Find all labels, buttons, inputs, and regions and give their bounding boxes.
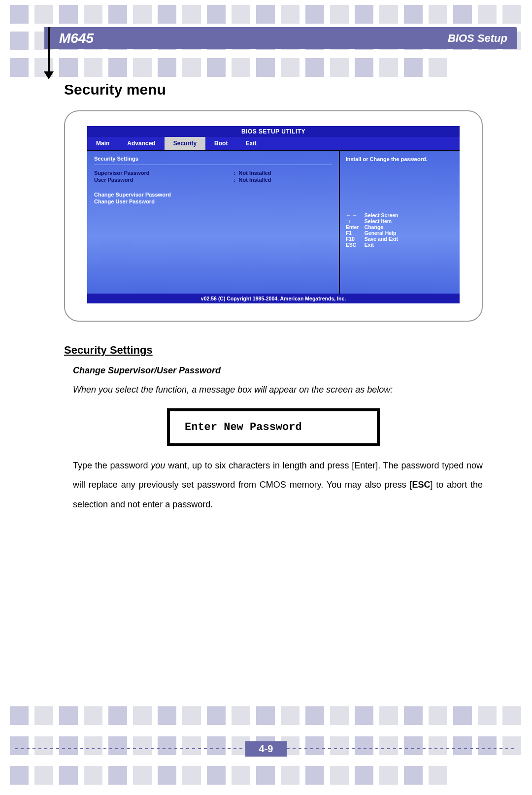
bios-menubar: Main Advanced Security Boot Exit — [87, 137, 460, 151]
text-strong: ESC — [412, 480, 430, 490]
bios-screen: BIOS SETUP UTILITY Main Advanced Securit… — [87, 126, 460, 303]
bios-tab-boot[interactable]: Boot — [205, 137, 236, 150]
paragraph-1: When you select the function, a message … — [73, 381, 483, 399]
colon: : — [234, 177, 239, 183]
key-action: General Help — [365, 230, 397, 236]
key-action: Change — [365, 224, 384, 230]
section-label: BIOS Setup — [448, 32, 507, 45]
bios-row-value: Not Installed — [239, 177, 332, 183]
colon: : — [234, 170, 239, 176]
bios-screenshot-card: BIOS SETUP UTILITY Main Advanced Securit… — [64, 110, 483, 322]
key-action: Select Screen — [365, 212, 399, 218]
key-action: Select Item — [365, 218, 392, 224]
key: ← → — [346, 212, 365, 218]
key: Enter — [346, 224, 365, 230]
bios-row-value: Not Installed — [239, 170, 332, 176]
bios-tab-main[interactable]: Main — [87, 137, 118, 150]
text: Type the password — [73, 461, 151, 470]
bios-row-user: User Password : Not Installed — [94, 177, 332, 183]
page-title: Security menu — [64, 81, 483, 98]
bios-key-legend: ← →Select Screen ↑↓Select Item EnterChan… — [346, 212, 454, 248]
model-label: M645 — [59, 31, 94, 46]
bios-help-text: Install or Change the password. — [346, 156, 454, 163]
header-side-line — [48, 27, 50, 74]
bios-right-panel: Install or Change the password. ← →Selec… — [340, 151, 460, 294]
bios-panel-heading: Security Settings — [94, 156, 332, 165]
bios-title: BIOS SETUP UTILITY — [87, 126, 460, 137]
arrow-down-icon — [44, 71, 54, 79]
password-box: Enter New Password — [167, 408, 380, 446]
bios-row-supervisor: Supervisor Password : Not Installed — [94, 170, 332, 176]
section-heading: Security Settings — [64, 344, 483, 357]
bios-tab-exit[interactable]: Exit — [236, 137, 265, 150]
bios-row-key: Supervisor Password — [94, 170, 234, 176]
bios-tab-security[interactable]: Security — [165, 137, 205, 150]
bios-link-change-supervisor[interactable]: Change Supervisor Password — [94, 192, 332, 198]
key: F10 — [346, 236, 365, 242]
paragraph-2: Type the password you want, up to six ch… — [73, 456, 483, 515]
sub-heading: Change Supervisor/User Password — [73, 365, 483, 376]
bios-left-panel: Security Settings Supervisor Password : … — [87, 151, 340, 294]
bios-link-change-user[interactable]: Change User Password — [94, 199, 332, 204]
key-action: Save and Exit — [365, 236, 398, 242]
key: ESC — [346, 242, 365, 248]
key-action: Exit — [365, 242, 374, 248]
bios-tab-advanced[interactable]: Advanced — [118, 137, 164, 150]
bios-footer: v02.56 (C) Copyright 1985-2004, American… — [87, 294, 460, 303]
text-emph: you — [151, 461, 165, 470]
key: F1 — [346, 230, 365, 236]
page-number: 4-9 — [245, 741, 287, 757]
key: ↑↓ — [346, 218, 365, 224]
page-header: M645 BIOS Setup — [44, 27, 517, 49]
bios-row-key: User Password — [94, 177, 234, 183]
